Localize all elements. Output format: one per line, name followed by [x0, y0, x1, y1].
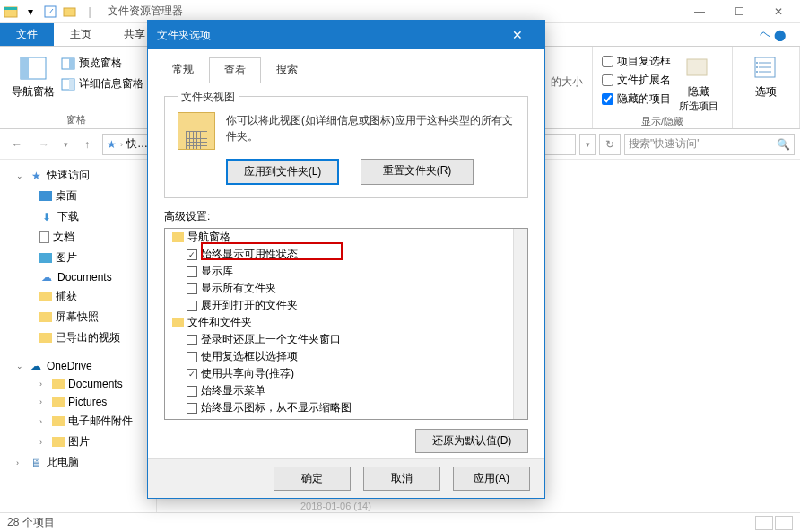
details-pane-button[interactable]: 详细信息窗格 [61, 74, 143, 93]
sidebar-quick-access[interactable]: ⌄★快速访问 [0, 165, 156, 186]
file-ext-input[interactable] [602, 74, 613, 86]
address-dropdown[interactable]: ▾ [579, 134, 596, 155]
tab-file[interactable]: 文件 [0, 23, 54, 46]
tree-node-always-icons[interactable]: 始终显示图标，从不显示缩略图 [165, 399, 527, 416]
chevron-right-icon: › [120, 140, 123, 149]
details-pane-label: 详细信息窗格 [79, 76, 143, 92]
chevron-down-icon[interactable]: ⌄ [16, 362, 25, 371]
chevron-up-icon: ヘ [760, 27, 770, 42]
tab-view[interactable]: 查看 [209, 57, 261, 83]
sidebar-item-label: 电子邮件附件 [68, 414, 133, 429]
cancel-button[interactable]: 取消 [363, 467, 440, 491]
tree-node-use-checkbox[interactable]: 使用复选框以选择项 [165, 348, 527, 365]
tree-label: 显示库 [201, 264, 233, 279]
hide-selected-button[interactable]: 隐藏 所选项目 [674, 50, 723, 113]
sidebar-od-pictures-cn[interactable]: ›图片 [0, 432, 156, 452]
sidebar-documents-en[interactable]: ☁Documents [0, 268, 156, 286]
qat-newfolder-icon[interactable] [61, 3, 79, 21]
icons-view-icon[interactable] [775, 516, 793, 530]
tree-node-show-all-folders[interactable]: 显示所有文件夹 [165, 280, 527, 297]
sidebar-od-pictures[interactable]: ›Pictures [0, 393, 156, 411]
preview-pane-button[interactable]: 预览窗格 [61, 54, 143, 73]
sidebar-od-documents[interactable]: ›Documents [0, 375, 156, 393]
checkbox-checked-icon[interactable] [187, 369, 197, 379]
help-icon[interactable]: ⬤ [774, 29, 786, 41]
refresh-button[interactable]: ↻ [599, 134, 621, 155]
sidebar-captures[interactable]: 捕获 [0, 286, 156, 307]
chevron-right-icon[interactable]: › [16, 458, 25, 467]
reset-folders-button[interactable]: 重置文件夹(R) [361, 159, 474, 185]
tab-search[interactable]: 搜索 [261, 57, 313, 83]
chevron-right-icon[interactable]: › [39, 417, 48, 426]
sidebar-od-email[interactable]: ›电子邮件附件 [0, 411, 156, 432]
forward-button[interactable]: → [32, 133, 56, 156]
maximize-button[interactable]: ☐ [719, 0, 759, 23]
sidebar-exported-video[interactable]: 已导出的视频 [0, 327, 156, 348]
dialog-title: 文件夹选项 [157, 28, 211, 43]
checkbox-icon[interactable] [187, 386, 197, 397]
checkbox-icon[interactable] [187, 403, 197, 414]
hidden-items-checkbox[interactable]: 隐藏的项目 [602, 90, 671, 109]
address-text: 快… [126, 136, 148, 152]
tree-node-use-sharing[interactable]: 使用共享向导(推荐) [165, 365, 527, 382]
up-button[interactable]: ↑ [75, 133, 99, 156]
sidebar-downloads[interactable]: ⬇下载 [0, 206, 156, 227]
apply-to-folders-button[interactable]: 应用到文件夹(L) [226, 159, 339, 185]
chevron-right-icon[interactable]: › [39, 438, 48, 447]
nav-pane-button[interactable]: 导航窗格 [9, 50, 57, 100]
options-button[interactable]: 选项 [742, 50, 790, 100]
tree-scrollbar[interactable] [513, 229, 527, 419]
ribbon-collapse[interactable]: ヘ⬤ [745, 23, 800, 46]
sidebar-documents[interactable]: 文档 [0, 227, 156, 248]
recent-dropdown[interactable]: ▾ [59, 133, 72, 156]
apply-button[interactable]: 应用(A) [453, 467, 530, 491]
ok-button[interactable]: 确定 [274, 467, 351, 491]
item-checkbox-checkbox[interactable]: 项目复选框 [602, 52, 671, 71]
qat-dropdown-icon[interactable]: ▾ [22, 3, 39, 21]
chevron-right-icon[interactable]: › [39, 397, 48, 406]
restore-defaults-button[interactable]: 还原为默认值(D) [415, 429, 528, 453]
tree-node-files-folders[interactable]: 文件和文件夹 [165, 314, 527, 331]
advanced-settings-tree[interactable]: 导航窗格 始终显示可用性状态 显示库 显示所有文件夹 展开到打开的文件夹 文件和… [164, 228, 528, 420]
hidden-items-input[interactable] [602, 93, 613, 105]
file-ext-checkbox[interactable]: 文件扩展名 [602, 71, 671, 90]
tree-node-always-menu[interactable]: 始终显示菜单 [165, 382, 527, 399]
details-view-icon[interactable] [755, 516, 773, 530]
checkbox-checked-icon[interactable] [187, 249, 197, 260]
checkbox-checked-icon[interactable] [187, 420, 197, 421]
folder-options-dialog: 文件夹选项 ✕ 常规 查看 搜索 文件夹视图 你可以将此视图(如详细信息或图标)… [147, 20, 545, 499]
chevron-down-icon[interactable]: ⌄ [16, 171, 25, 180]
status-bar: 28 个项目 [0, 512, 800, 532]
tree-node-show-availability[interactable]: 始终显示可用性状态 [165, 246, 527, 263]
tree-node-show-tooltip[interactable]: 鼠标指向文件夹和桌面项时显示提示信息 [165, 416, 527, 420]
item-count: 28 个项目 [7, 515, 55, 530]
tree-node-restore-prev[interactable]: 登录时还原上一个文件夹窗口 [165, 331, 527, 348]
checkbox-icon[interactable] [187, 352, 197, 362]
tab-general[interactable]: 常规 [157, 57, 209, 83]
checkbox-icon[interactable] [187, 283, 197, 294]
tree-node-show-libs[interactable]: 显示库 [165, 263, 527, 280]
checkbox-icon[interactable] [187, 266, 197, 277]
checkbox-icon[interactable] [187, 335, 197, 345]
close-button[interactable]: ✕ [759, 0, 798, 23]
options-label: 选项 [755, 84, 777, 100]
back-button[interactable]: ← [5, 133, 29, 156]
qat-properties-icon[interactable] [41, 3, 59, 21]
item-checkbox-input[interactable] [602, 56, 613, 67]
sidebar-desktop[interactable]: 桌面 [0, 186, 156, 206]
checkbox-icon[interactable] [187, 301, 197, 311]
hide-sublabel: 所选项目 [679, 100, 718, 113]
svg-rect-5 [21, 57, 29, 79]
minimize-button[interactable]: — [680, 0, 719, 23]
sidebar-onedrive[interactable]: ⌄☁OneDrive [0, 357, 156, 375]
sidebar-this-pc[interactable]: ›🖥此电脑 [0, 452, 156, 473]
tab-home[interactable]: 主页 [54, 23, 108, 46]
sidebar-item-label: Documents [68, 378, 123, 390]
tree-node-nav-pane[interactable]: 导航窗格 [165, 229, 527, 246]
sidebar-pictures[interactable]: 图片 [0, 248, 156, 268]
sidebar-screenshots[interactable]: 屏幕快照 [0, 307, 156, 327]
dialog-close-button[interactable]: ✕ [500, 21, 535, 49]
tree-node-expand-open[interactable]: 展开到打开的文件夹 [165, 297, 527, 314]
search-box[interactable]: 搜索"快速访问" 🔍 [624, 134, 795, 155]
chevron-right-icon[interactable]: › [39, 379, 48, 388]
